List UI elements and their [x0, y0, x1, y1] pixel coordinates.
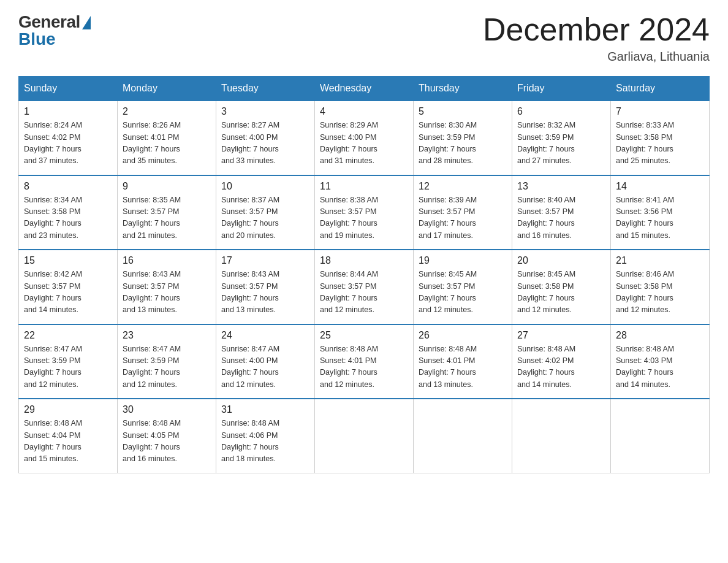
calendar-cell: 27 Sunrise: 8:48 AMSunset: 4:02 PMDaylig… [512, 324, 611, 399]
day-number: 27 [517, 330, 605, 341]
calendar-cell: 1 Sunrise: 8:24 AMSunset: 4:02 PMDayligh… [19, 101, 118, 175]
day-number: 25 [320, 330, 408, 341]
day-info: Sunrise: 8:45 AMSunset: 3:57 PMDaylight:… [419, 269, 507, 316]
calendar-cell: 18 Sunrise: 8:44 AMSunset: 3:57 PMDaylig… [315, 250, 414, 324]
day-number: 13 [517, 181, 605, 192]
day-info: Sunrise: 8:33 AMSunset: 3:58 PMDaylight:… [616, 120, 704, 167]
day-info: Sunrise: 8:26 AMSunset: 4:01 PMDaylight:… [123, 120, 211, 167]
day-info: Sunrise: 8:38 AMSunset: 3:57 PMDaylight:… [320, 194, 408, 242]
calendar-cell: 23 Sunrise: 8:47 AMSunset: 3:59 PMDaylig… [118, 324, 216, 399]
month-title: December 2024 [483, 12, 710, 47]
day-number: 16 [123, 255, 211, 266]
day-info: Sunrise: 8:24 AMSunset: 4:02 PMDaylight:… [24, 120, 112, 167]
calendar-cell: 15 Sunrise: 8:42 AMSunset: 3:57 PMDaylig… [19, 250, 118, 324]
day-info: Sunrise: 8:42 AMSunset: 3:57 PMDaylight:… [24, 269, 112, 316]
calendar-week-row: 8 Sunrise: 8:34 AMSunset: 3:58 PMDayligh… [19, 175, 710, 250]
calendar-cell: 20 Sunrise: 8:45 AMSunset: 3:58 PMDaylig… [512, 250, 611, 324]
day-number: 6 [517, 106, 605, 117]
calendar-cell: 25 Sunrise: 8:48 AMSunset: 4:01 PMDaylig… [315, 324, 414, 399]
day-number: 26 [419, 330, 507, 341]
calendar-cell: 9 Sunrise: 8:35 AMSunset: 3:57 PMDayligh… [118, 175, 216, 250]
day-number: 1 [24, 106, 112, 117]
day-number: 4 [320, 106, 408, 117]
day-number: 14 [616, 181, 704, 192]
calendar-cell: 11 Sunrise: 8:38 AMSunset: 3:57 PMDaylig… [315, 175, 414, 250]
calendar-cell [512, 399, 611, 473]
day-number: 11 [320, 181, 408, 192]
day-info: Sunrise: 8:46 AMSunset: 3:58 PMDaylight:… [616, 269, 704, 316]
day-number: 30 [123, 404, 211, 415]
day-info: Sunrise: 8:48 AMSunset: 4:06 PMDaylight:… [221, 418, 309, 465]
day-info: Sunrise: 8:48 AMSunset: 4:01 PMDaylight:… [419, 343, 507, 391]
calendar-week-row: 15 Sunrise: 8:42 AMSunset: 3:57 PMDaylig… [19, 250, 710, 324]
day-info: Sunrise: 8:43 AMSunset: 3:57 PMDaylight:… [221, 269, 309, 316]
calendar-cell: 13 Sunrise: 8:40 AMSunset: 3:57 PMDaylig… [512, 175, 611, 250]
calendar-cell: 28 Sunrise: 8:48 AMSunset: 4:03 PMDaylig… [611, 324, 710, 399]
calendar-cell: 10 Sunrise: 8:37 AMSunset: 3:57 PMDaylig… [216, 175, 315, 250]
calendar-header-row: SundayMondayTuesdayWednesdayThursdayFrid… [19, 77, 710, 101]
day-info: Sunrise: 8:48 AMSunset: 4:01 PMDaylight:… [320, 343, 408, 391]
logo-blue-text: Blue [18, 29, 56, 49]
day-number: 12 [419, 181, 507, 192]
day-info: Sunrise: 8:48 AMSunset: 4:02 PMDaylight:… [517, 343, 605, 391]
day-number: 23 [123, 330, 211, 341]
day-number: 29 [24, 404, 112, 415]
day-info: Sunrise: 8:34 AMSunset: 3:58 PMDaylight:… [24, 194, 112, 242]
day-number: 28 [616, 330, 704, 341]
day-number: 18 [320, 255, 408, 266]
day-info: Sunrise: 8:32 AMSunset: 3:59 PMDaylight:… [517, 120, 605, 167]
calendar-week-row: 22 Sunrise: 8:47 AMSunset: 3:59 PMDaylig… [19, 324, 710, 399]
calendar-week-row: 29 Sunrise: 8:48 AMSunset: 4:04 PMDaylig… [19, 399, 710, 473]
page-header: General Blue December 2024 Garliava, Lit… [18, 12, 710, 64]
logo: General Blue [18, 12, 91, 49]
calendar-cell: 24 Sunrise: 8:47 AMSunset: 4:00 PMDaylig… [216, 324, 315, 399]
day-number: 3 [221, 106, 309, 117]
day-info: Sunrise: 8:37 AMSunset: 3:57 PMDaylight:… [221, 194, 309, 242]
calendar-week-row: 1 Sunrise: 8:24 AMSunset: 4:02 PMDayligh… [19, 101, 710, 175]
calendar-cell: 22 Sunrise: 8:47 AMSunset: 3:59 PMDaylig… [19, 324, 118, 399]
calendar-cell: 2 Sunrise: 8:26 AMSunset: 4:01 PMDayligh… [118, 101, 216, 175]
calendar-cell: 8 Sunrise: 8:34 AMSunset: 3:58 PMDayligh… [19, 175, 118, 250]
calendar-cell: 21 Sunrise: 8:46 AMSunset: 3:58 PMDaylig… [611, 250, 710, 324]
logo-triangle-icon [82, 16, 91, 29]
location-subtitle: Garliava, Lithuania [483, 50, 710, 64]
calendar-cell: 5 Sunrise: 8:30 AMSunset: 3:59 PMDayligh… [414, 101, 512, 175]
calendar-cell: 17 Sunrise: 8:43 AMSunset: 3:57 PMDaylig… [216, 250, 315, 324]
day-number: 15 [24, 255, 112, 266]
calendar-cell: 3 Sunrise: 8:27 AMSunset: 4:00 PMDayligh… [216, 101, 315, 175]
weekday-header-saturday: Saturday [611, 77, 710, 101]
day-info: Sunrise: 8:48 AMSunset: 4:04 PMDaylight:… [24, 418, 112, 465]
day-info: Sunrise: 8:45 AMSunset: 3:58 PMDaylight:… [517, 269, 605, 316]
day-info: Sunrise: 8:40 AMSunset: 3:57 PMDaylight:… [517, 194, 605, 242]
calendar-cell [611, 399, 710, 473]
weekday-header-monday: Monday [118, 77, 216, 101]
day-info: Sunrise: 8:48 AMSunset: 4:05 PMDaylight:… [123, 418, 211, 465]
day-number: 19 [419, 255, 507, 266]
calendar-cell [414, 399, 512, 473]
day-info: Sunrise: 8:39 AMSunset: 3:57 PMDaylight:… [419, 194, 507, 242]
calendar-cell: 12 Sunrise: 8:39 AMSunset: 3:57 PMDaylig… [414, 175, 512, 250]
weekday-header-friday: Friday [512, 77, 611, 101]
day-info: Sunrise: 8:29 AMSunset: 4:00 PMDaylight:… [320, 120, 408, 167]
day-number: 10 [221, 181, 309, 192]
calendar-cell: 19 Sunrise: 8:45 AMSunset: 3:57 PMDaylig… [414, 250, 512, 324]
day-number: 22 [24, 330, 112, 341]
weekday-header-wednesday: Wednesday [315, 77, 414, 101]
day-number: 9 [123, 181, 211, 192]
day-number: 8 [24, 181, 112, 192]
weekday-header-thursday: Thursday [414, 77, 512, 101]
calendar-cell: 14 Sunrise: 8:41 AMSunset: 3:56 PMDaylig… [611, 175, 710, 250]
day-info: Sunrise: 8:44 AMSunset: 3:57 PMDaylight:… [320, 269, 408, 316]
weekday-header-tuesday: Tuesday [216, 77, 315, 101]
calendar-table: SundayMondayTuesdayWednesdayThursdayFrid… [18, 76, 710, 473]
title-section: December 2024 Garliava, Lithuania [483, 12, 710, 64]
calendar-cell: 16 Sunrise: 8:43 AMSunset: 3:57 PMDaylig… [118, 250, 216, 324]
day-info: Sunrise: 8:30 AMSunset: 3:59 PMDaylight:… [419, 120, 507, 167]
day-number: 17 [221, 255, 309, 266]
day-number: 21 [616, 255, 704, 266]
day-number: 31 [221, 404, 309, 415]
calendar-cell [315, 399, 414, 473]
calendar-cell: 4 Sunrise: 8:29 AMSunset: 4:00 PMDayligh… [315, 101, 414, 175]
day-info: Sunrise: 8:43 AMSunset: 3:57 PMDaylight:… [123, 269, 211, 316]
day-info: Sunrise: 8:27 AMSunset: 4:00 PMDaylight:… [221, 120, 309, 167]
